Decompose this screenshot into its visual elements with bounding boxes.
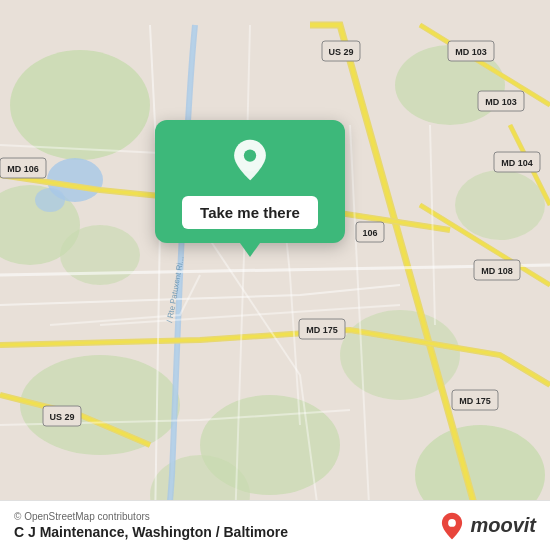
- location-pin-icon: [228, 138, 272, 182]
- svg-text:MD 104: MD 104: [501, 158, 533, 168]
- popup-card: Take me there: [155, 120, 345, 243]
- svg-point-36: [449, 519, 457, 527]
- svg-text:MD 106: MD 106: [7, 164, 39, 174]
- svg-point-12: [35, 188, 65, 212]
- svg-text:MD 108: MD 108: [481, 266, 513, 276]
- bottom-left-info: © OpenStreetMap contributors C J Mainten…: [14, 511, 288, 540]
- moovit-pin-icon: [438, 512, 466, 540]
- svg-point-5: [455, 170, 545, 240]
- bottom-bar: © OpenStreetMap contributors C J Mainten…: [0, 500, 550, 550]
- svg-text:MD 175: MD 175: [459, 396, 491, 406]
- svg-point-35: [244, 149, 256, 161]
- svg-point-1: [10, 50, 150, 160]
- svg-point-3: [60, 225, 140, 285]
- svg-text:US 29: US 29: [49, 412, 74, 422]
- moovit-brand-text: moovit: [470, 514, 536, 537]
- moovit-logo: moovit: [438, 512, 536, 540]
- copyright-text: © OpenStreetMap contributors: [14, 511, 288, 522]
- location-title: C J Maintenance, Washington / Baltimore: [14, 524, 288, 540]
- svg-text:US 29: US 29: [328, 47, 353, 57]
- svg-text:MD 103: MD 103: [455, 47, 487, 57]
- map-background: US 29 MD 103 MD 103 MD 104 MD 106 106 MD…: [0, 0, 550, 550]
- map-container: US 29 MD 103 MD 103 MD 104 MD 106 106 MD…: [0, 0, 550, 550]
- svg-text:MD 103: MD 103: [485, 97, 517, 107]
- svg-text:MD 175: MD 175: [306, 325, 338, 335]
- svg-text:106: 106: [362, 228, 377, 238]
- take-me-there-button[interactable]: Take me there: [182, 196, 318, 229]
